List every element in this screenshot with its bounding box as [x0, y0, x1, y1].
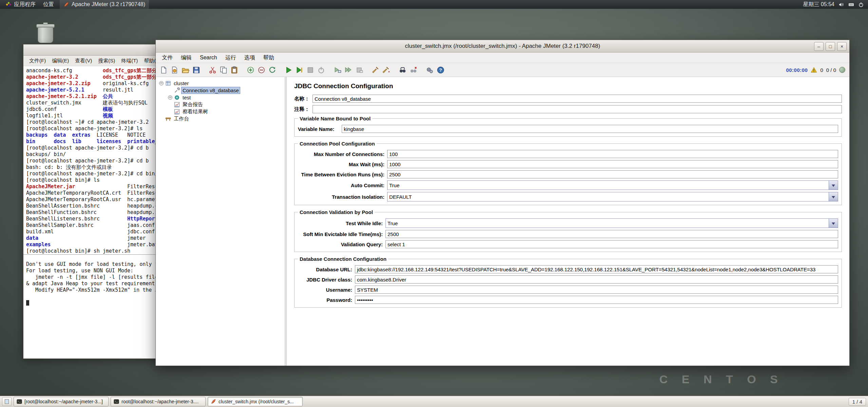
- tree-node[interactable]: 工作台: [156, 115, 285, 122]
- comment-label: 注释：: [294, 106, 313, 113]
- shutdown-icon[interactable]: [316, 65, 326, 75]
- taskbar-window-button[interactable]: cluster_switch.jmx (/root/cluster_s...: [208, 397, 303, 406]
- menubar-item[interactable]: 编辑: [177, 53, 196, 62]
- config-field[interactable]: 100: [387, 150, 838, 158]
- clearall-icon[interactable]: [381, 65, 391, 75]
- maximize-button[interactable]: □: [826, 42, 835, 51]
- terminal-menu-item[interactable]: 查看(V): [72, 57, 95, 65]
- config-field[interactable]: jdbc:kingbase8://192.168.122.149:54321/t…: [355, 265, 838, 273]
- terminal-menu-item[interactable]: 搜索(S): [95, 57, 118, 65]
- show-desktop-button[interactable]: [2, 397, 12, 406]
- name-field[interactable]: Connection v8_database: [313, 95, 842, 103]
- start-icon[interactable]: [283, 65, 294, 75]
- jmeter-content: clusterConnection v8_databasetest聚合报告察看结…: [156, 77, 849, 366]
- tree-toggle-icon[interactable]: [159, 81, 164, 85]
- config-field-label: Variable Name:: [298, 126, 342, 132]
- svg-text:?: ?: [439, 67, 442, 73]
- taskbar-window-button[interactable]: root@localhost:~/apache-jmeter-3....: [111, 397, 206, 406]
- taskbar-window-button[interactable]: [root@localhost:~/apache-jmeter-3...]: [14, 397, 109, 406]
- config-select-value: True: [388, 220, 398, 226]
- menubar-item[interactable]: 文件: [158, 53, 177, 62]
- test-plan-tree: clusterConnection v8_databasetest聚合报告察看结…: [156, 77, 285, 366]
- config-select[interactable]: True: [385, 218, 838, 228]
- menubar-item[interactable]: 运行: [221, 53, 240, 62]
- power-icon[interactable]: [858, 2, 864, 7]
- chevron-down-icon[interactable]: [829, 181, 838, 190]
- toggle-icon[interactable]: [267, 65, 277, 75]
- config-row: Max Wait (ms):1000: [298, 160, 838, 168]
- minimize-button[interactable]: –: [814, 42, 824, 51]
- places-menu[interactable]: 位置: [39, 0, 58, 9]
- help-icon[interactable]: ?: [435, 65, 446, 75]
- window-title: cluster_switch.jmx (/root/cluster_switch…: [156, 43, 849, 50]
- tree-node[interactable]: test: [156, 94, 285, 101]
- rstop-icon[interactable]: [354, 65, 364, 75]
- search-icon[interactable]: [397, 65, 408, 75]
- paste-icon[interactable]: [229, 65, 239, 75]
- rstartall-icon[interactable]: [343, 65, 353, 75]
- tree-node[interactable]: Connection v8_database: [156, 87, 285, 94]
- config-field[interactable]: select 1: [385, 240, 838, 248]
- terminal-menu-item[interactable]: 终端(T): [118, 57, 141, 65]
- jmeter-icon: [63, 2, 69, 7]
- config-field[interactable]: SYSTEM: [355, 286, 838, 294]
- tree-toggle-icon[interactable]: [168, 95, 172, 100]
- comment-field[interactable]: [313, 105, 842, 113]
- menubar-item[interactable]: Search: [196, 54, 221, 62]
- copy-icon[interactable]: [218, 65, 228, 75]
- menubar-item[interactable]: 帮助: [259, 53, 278, 62]
- func-icon[interactable]: [424, 65, 435, 75]
- tree-node[interactable]: 聚合报告: [156, 101, 285, 108]
- volume-icon[interactable]: [838, 2, 844, 7]
- config-field[interactable]: kingbase: [342, 125, 838, 133]
- searchx-icon[interactable]: [408, 65, 418, 75]
- keyboard-icon[interactable]: [848, 2, 854, 7]
- collapse-icon[interactable]: [256, 65, 266, 75]
- config-field[interactable]: 2500: [385, 230, 838, 238]
- workspace-pager[interactable]: 1 / 4: [849, 398, 866, 406]
- close-button[interactable]: ×: [837, 42, 847, 51]
- save-icon[interactable]: [191, 65, 201, 75]
- tree-node[interactable]: cluster: [156, 80, 285, 87]
- warning-icon[interactable]: [811, 67, 817, 73]
- config-field-label: Username:: [298, 287, 355, 293]
- tree-node-label: test: [182, 94, 192, 101]
- config-panel: JDBC Connection Configuration 名称： Connec…: [287, 77, 849, 366]
- config-row: Max Number of Connections:100: [298, 150, 838, 158]
- applications-menu[interactable]: 应用程序: [2, 0, 39, 9]
- clear-icon[interactable]: [370, 65, 380, 75]
- startnp-icon[interactable]: [294, 65, 304, 75]
- chevron-down-icon[interactable]: [829, 219, 838, 228]
- config-select[interactable]: True: [387, 180, 838, 190]
- tree-node-label: 工作台: [173, 115, 190, 122]
- chevron-down-icon[interactable]: [829, 192, 838, 201]
- rstart-icon[interactable]: [332, 65, 342, 75]
- centos-watermark: C E N T O S: [659, 373, 783, 386]
- terminal-menu-item[interactable]: 文件(F): [26, 57, 49, 65]
- new-icon[interactable]: [158, 65, 169, 75]
- panel-active-window-item[interactable]: Apache JMeter (3.2 r1790748): [60, 0, 149, 9]
- stop-icon[interactable]: [305, 65, 315, 75]
- wrench-icon: [174, 88, 180, 93]
- config-field[interactable]: 1000: [387, 160, 838, 168]
- clock[interactable]: 星期三 05:54: [803, 1, 834, 8]
- feather-icon: [211, 399, 216, 404]
- open-icon[interactable]: [180, 65, 190, 75]
- config-field-label: Password:: [298, 297, 355, 303]
- config-field-value: 2500: [389, 172, 400, 177]
- config-field[interactable]: com.kingbase8.Driver: [355, 275, 838, 284]
- tree-node[interactable]: 察看结果树: [156, 108, 285, 115]
- config-section: Variable Name Bound to PoolVariable Name…: [294, 116, 842, 137]
- jmeter-window: cluster_switch.jmx (/root/cluster_switch…: [155, 40, 850, 366]
- expand-icon[interactable]: [245, 65, 256, 75]
- cut-icon[interactable]: [207, 65, 218, 75]
- config-select[interactable]: DEFAULT: [387, 192, 838, 201]
- template-icon[interactable]: [169, 65, 180, 75]
- jmeter-titlebar[interactable]: cluster_switch.jmx (/root/cluster_switch…: [156, 40, 849, 53]
- trash-icon[interactable]: [36, 22, 55, 43]
- thread-counts: 0 / 0: [826, 67, 836, 73]
- menubar-item[interactable]: 选项: [240, 53, 259, 62]
- config-field[interactable]: •••••••••: [355, 296, 838, 304]
- config-field[interactable]: 2500: [387, 170, 838, 178]
- terminal-menu-item[interactable]: 编辑(E): [49, 57, 72, 65]
